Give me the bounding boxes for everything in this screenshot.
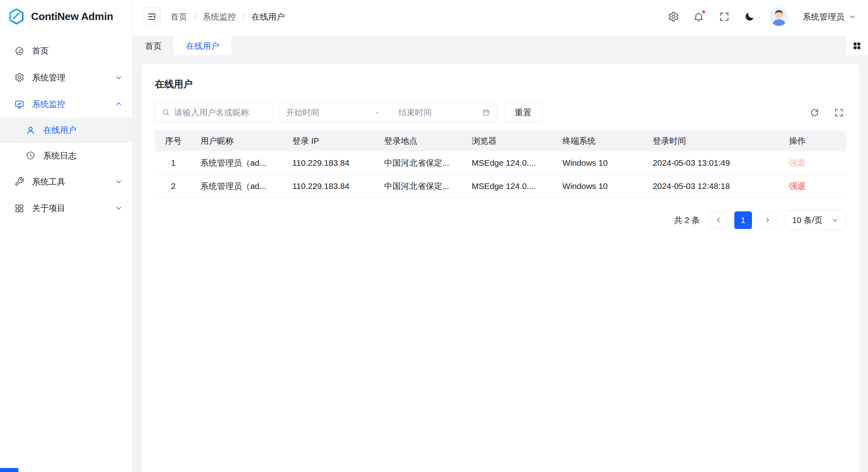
user-name: 系统管理员 xyxy=(803,11,844,22)
column-header-login-time: 登录时间 xyxy=(644,130,780,151)
table-row: 1 系统管理员（ad... 110.229.183.84 中国河北省保定... … xyxy=(155,151,846,175)
app-window: ContiNew Admin 首页 系统管理 系统监控 在线用户 xyxy=(0,0,868,472)
cell-os: Windows 10 xyxy=(553,175,644,198)
current-page-button[interactable]: 1 xyxy=(734,211,752,229)
chevron-down-icon xyxy=(115,178,122,185)
search-icon xyxy=(162,108,170,116)
column-header-index: 序号 xyxy=(155,130,191,151)
cell-index: 1 xyxy=(155,151,191,175)
sidebar-bottom-accent xyxy=(0,468,18,472)
app-logo[interactable]: ContiNew Admin xyxy=(0,0,132,33)
gear-icon xyxy=(668,11,679,22)
settings-button[interactable] xyxy=(668,11,679,22)
user-menu[interactable]: 系统管理员 xyxy=(803,11,856,22)
content-area: 在线用户 - 重置 xyxy=(133,55,868,472)
sidebar-item-system-monitor[interactable]: 系统监控 xyxy=(0,91,132,117)
online-users-table: 序号 用户昵称 登录 IP 登录地点 浏览器 终端系统 登录时间 操作 1 xyxy=(155,130,846,198)
sidebar-item-label: 系统工具 xyxy=(32,176,65,187)
sidebar-item-online-users[interactable]: 在线用户 xyxy=(0,117,132,143)
breadcrumb-item-system-monitor[interactable]: 系统监控 xyxy=(203,11,236,22)
sidebar-menu: 首页 系统管理 系统监控 在线用户 系统日志 系统工具 xyxy=(0,33,132,221)
sidebar-item-home[interactable]: 首页 xyxy=(0,38,132,64)
cell-os: Windows 10 xyxy=(553,151,644,175)
clock-icon xyxy=(26,151,36,161)
chevron-down-icon xyxy=(848,13,856,20)
cell-location: 中国河北省保定... xyxy=(375,175,463,198)
moon-icon xyxy=(744,11,755,22)
reset-button[interactable]: 重置 xyxy=(504,102,542,123)
page-size-select[interactable]: 10 条/页 xyxy=(785,210,846,230)
sidebar-item-system-logs[interactable]: 系统日志 xyxy=(0,143,132,169)
table-row: 2 系统管理员（ad... 110.229.183.84 中国河北省保定... … xyxy=(155,175,846,198)
cell-ip: 110.229.183.84 xyxy=(283,175,375,198)
force-logout-link[interactable]: 强退 xyxy=(789,158,806,167)
chevron-left-icon xyxy=(715,216,722,224)
search-input[interactable] xyxy=(174,108,265,117)
breadcrumb-item-online-users: 在线用户 xyxy=(251,11,285,22)
table-header-row: 序号 用户昵称 登录 IP 登录地点 浏览器 终端系统 登录时间 操作 xyxy=(155,130,846,151)
online-users-card: 在线用户 - 重置 xyxy=(142,64,859,472)
cell-browser: MSEdge 124.0.... xyxy=(463,151,554,175)
tab-home[interactable]: 首页 xyxy=(133,36,174,55)
refresh-icon xyxy=(810,108,820,118)
page-size-value: 10 条/页 xyxy=(792,215,822,226)
notification-dot xyxy=(702,10,706,14)
tab-bar: 首页 在线用户 xyxy=(133,33,868,55)
start-date-input[interactable] xyxy=(286,108,366,117)
sidebar-item-system-management[interactable]: 系统管理 xyxy=(0,64,132,90)
sidebar-item-system-tools[interactable]: 系统工具 xyxy=(0,169,132,195)
column-header-nickname: 用户昵称 xyxy=(192,130,284,151)
app-title: ContiNew Admin xyxy=(31,10,113,23)
pagination-total: 共 2 条 xyxy=(674,215,700,226)
pagination: 共 2 条 1 10 条/页 xyxy=(155,210,846,230)
expand-icon xyxy=(834,108,844,118)
prev-page-button[interactable] xyxy=(710,211,728,229)
main-area: 首页 / 系统监控 / 在线用户 xyxy=(133,0,868,472)
search-box[interactable] xyxy=(155,102,272,123)
sidebar-item-label: 系统监控 xyxy=(32,98,65,110)
refresh-button[interactable] xyxy=(810,108,820,118)
monitor-icon xyxy=(14,99,24,109)
logo-hexagon-icon xyxy=(8,8,25,25)
sidebar-item-label: 系统管理 xyxy=(32,72,65,83)
sidebar-item-label: 系统日志 xyxy=(43,150,76,161)
breadcrumb-separator: / xyxy=(243,12,245,22)
next-page-button[interactable] xyxy=(758,211,776,229)
tab-actions-button[interactable] xyxy=(846,36,868,55)
cell-nickname: 系统管理员（ad... xyxy=(192,175,284,198)
avatar[interactable] xyxy=(770,7,788,26)
toolbar: - 重置 xyxy=(155,102,846,123)
breadcrumb-item-home[interactable]: 首页 xyxy=(170,11,187,22)
chevron-down-icon xyxy=(831,216,839,224)
column-header-os: 终端系统 xyxy=(553,130,644,151)
chevron-up-icon xyxy=(115,100,122,108)
tab-spacer xyxy=(231,36,846,55)
cell-login-time: 2024-05-03 13:01:49 xyxy=(644,151,780,175)
dashboard-icon xyxy=(14,46,24,56)
dark-mode-toggle[interactable] xyxy=(744,11,755,22)
fullscreen-button[interactable] xyxy=(719,11,730,22)
column-header-actions: 操作 xyxy=(780,130,846,151)
cell-location: 中国河北省保定... xyxy=(375,151,463,175)
column-header-browser: 浏览器 xyxy=(463,130,554,151)
column-header-location: 登录地点 xyxy=(375,130,463,151)
sidebar-item-about-project[interactable]: 关于项目 xyxy=(0,195,132,221)
tab-online-users[interactable]: 在线用户 xyxy=(174,36,231,55)
sidebar-item-label: 在线用户 xyxy=(43,125,76,136)
notifications-button[interactable] xyxy=(693,11,704,22)
force-logout-link[interactable]: 强退 xyxy=(789,181,806,191)
table-tools xyxy=(810,108,846,118)
date-range-picker[interactable]: - xyxy=(279,102,497,123)
page-title: 在线用户 xyxy=(155,78,846,90)
sidebar-item-label: 关于项目 xyxy=(32,203,65,214)
end-date-input[interactable] xyxy=(398,108,478,117)
column-header-ip: 登录 IP xyxy=(283,130,375,151)
table-fullscreen-button[interactable] xyxy=(834,108,844,118)
breadcrumb: 首页 / 系统监控 / 在线用户 xyxy=(170,11,285,22)
breadcrumb-separator: / xyxy=(194,12,196,22)
cell-login-time: 2024-05-03 12:48:18 xyxy=(644,175,780,198)
menu-fold-icon xyxy=(147,12,157,22)
chevron-down-icon xyxy=(115,204,122,212)
sidebar-collapse-button[interactable] xyxy=(143,8,160,25)
top-header: 首页 / 系统监控 / 在线用户 xyxy=(133,0,868,33)
